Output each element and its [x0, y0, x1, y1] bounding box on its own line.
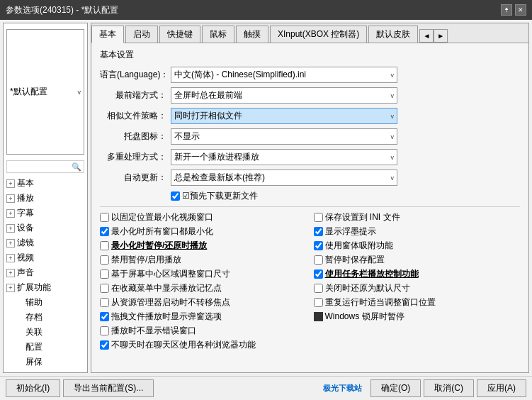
- checkbox-browser-func[interactable]: 不聊天时在聊天区使用各种浏览器功能: [100, 339, 307, 351]
- frontmode-select[interactable]: 全屏时总在最前端 v: [171, 87, 397, 104]
- checkbox-restore-default[interactable]: 关闭时还原为默认尺寸: [314, 282, 521, 294]
- checkbox-taskbar-play[interactable]: 使用任务栏播放控制功能: [314, 268, 521, 280]
- tab-basic[interactable]: 基本: [91, 26, 124, 43]
- checkbox-show-float[interactable]: 显示浮墨提示: [314, 226, 521, 238]
- checkbox-win-lock-pause[interactable]: Windows 锁屏时暂停: [314, 311, 521, 323]
- window-title: 参数选项(240315) - *默认配置: [6, 4, 118, 16]
- select-arrow-icon: v: [391, 113, 395, 120]
- checkbox-no-focus[interactable]: 从资源管理器启动时不转移焦点: [100, 296, 307, 309]
- sidebar-item-save[interactable]: 存档: [4, 310, 87, 325]
- tab-shortcut[interactable]: 快捷键: [159, 26, 200, 43]
- tray-select[interactable]: 不显示 v: [171, 128, 397, 145]
- sidebar-item-subtitle[interactable]: + 字幕: [4, 206, 87, 221]
- tab-start[interactable]: 启动: [125, 26, 158, 43]
- autoupdate-label: 自动更新：: [100, 172, 171, 184]
- sidebar-item-filter[interactable]: + 滤镜: [4, 235, 87, 250]
- expand-icon: +: [6, 209, 15, 218]
- sidebar-search: 🔍: [6, 160, 84, 173]
- checkbox-show-history-input[interactable]: [100, 284, 109, 293]
- checkbox-save-ini[interactable]: 保存设置到 INI 文件: [314, 211, 521, 223]
- expand-icon: +: [6, 269, 15, 277]
- multiplay-select[interactable]: 新开一个播放进程播放 v: [171, 149, 397, 165]
- sidebar: *默认配置 v 🔍 + 基本 + 播放 + 字幕 +: [3, 23, 88, 373]
- title-bar: 参数选项(240315) - *默认配置 🖈 ✕: [0, 0, 532, 20]
- sidebar-item-device[interactable]: + 设备: [4, 221, 87, 235]
- tab-mouse[interactable]: 鼠标: [202, 26, 234, 43]
- checkbox-window-absorb[interactable]: 使用窗体吸附功能: [314, 240, 521, 252]
- autoupdate-row: 自动更新： 总是检查最新版本(推荐) v: [100, 170, 520, 186]
- checkbox-readjust-input[interactable]: [314, 298, 323, 307]
- checkbox-disable-pause-label: 禁用暂停/启用播放: [111, 254, 181, 266]
- checkbox-save-ini-input[interactable]: [314, 213, 323, 222]
- sidebar-item-video[interactable]: + 视频: [4, 250, 87, 265]
- profile-selector[interactable]: *默认配置 v: [6, 29, 84, 155]
- checkbox-browser-func-input[interactable]: [100, 340, 109, 350]
- pin-button[interactable]: 🖈: [501, 4, 512, 16]
- checkbox-pause-save-input[interactable]: [314, 255, 323, 265]
- checkbox-disable-pause-input[interactable]: [100, 255, 109, 265]
- checkbox-no-error-input[interactable]: [100, 326, 109, 335]
- sidebar-item-assist[interactable]: 辅助: [4, 295, 87, 310]
- checkbox-min-pause-input[interactable]: [100, 241, 109, 250]
- close-button[interactable]: ✕: [515, 4, 526, 16]
- init-button[interactable]: 初始化(I): [6, 379, 60, 397]
- checkbox-no-focus-input[interactable]: [100, 298, 109, 307]
- content-area: *默认配置 v 🔍 + 基本 + 播放 + 字幕 +: [0, 20, 532, 376]
- tab-skin[interactable]: 默认皮肤: [368, 26, 418, 43]
- checkbox-fix-pos-input[interactable]: [100, 213, 109, 222]
- multiplay-label: 多重处理方式：: [100, 151, 171, 163]
- sidebar-item-basic[interactable]: + 基本: [4, 176, 87, 191]
- sidebar-item-extend[interactable]: + 扩展功能: [4, 280, 87, 295]
- checkboxes-grid: 以固定位置最小化视频窗口 保存设置到 INI 文件 最小化时所有窗口都最小化 显…: [100, 211, 520, 351]
- checkbox-min-pause[interactable]: 最小化时暂停/还原时播放: [100, 240, 307, 252]
- predownload-checkbox-item[interactable]: ☑预先下载更新文件: [171, 190, 258, 202]
- checkbox-window-absorb-input[interactable]: [314, 241, 323, 250]
- sidebar-item-audio[interactable]: + 声音: [4, 265, 87, 280]
- multiplay-row: 多重处理方式： 新开一个播放进程播放 v: [100, 149, 520, 165]
- sidebar-item-relate[interactable]: 关联: [4, 325, 87, 340]
- checkbox-min-all-input[interactable]: [100, 227, 109, 236]
- tab-xinput[interactable]: XInput(XBOX 控制器): [270, 26, 367, 43]
- tab-touch[interactable]: 触摸: [236, 26, 268, 43]
- cancel-button[interactable]: 取消(C): [424, 379, 474, 397]
- checkbox-center-resize[interactable]: 基于屏幕中心区域调整窗口尺寸: [100, 268, 307, 280]
- sidebar-item-config[interactable]: 配置: [4, 340, 87, 355]
- predownload-checkbox[interactable]: [171, 191, 180, 201]
- checkbox-disable-pause[interactable]: 禁用暂停/启用播放: [100, 254, 307, 266]
- checkbox-readjust[interactable]: 重复运行时适当调整窗口位置: [314, 296, 521, 309]
- checkbox-drag-show-input[interactable]: [100, 312, 109, 321]
- tray-row: 托盘图标： 不显示 v: [100, 128, 520, 145]
- section-title: 基本设置: [100, 49, 520, 61]
- checkbox-drag-show[interactable]: 拖拽文件播放时显示弹窗选项: [100, 311, 307, 323]
- tab-scroll-right[interactable]: ►: [434, 29, 448, 43]
- similar-file-row: 相似文件策略： 同时打开相似文件 v: [100, 108, 520, 124]
- sidebar-item-play[interactable]: + 播放: [4, 191, 87, 206]
- ok-button[interactable]: 确定(O): [370, 379, 421, 397]
- language-select[interactable]: 中文(简体) - Chinese(Simplified).ini v: [171, 67, 397, 83]
- sidebar-item-screensave[interactable]: 屏保: [4, 355, 87, 370]
- language-label: 语言(Language)：: [100, 69, 171, 81]
- checkbox-min-all[interactable]: 最小化时所有窗口都最小化: [100, 226, 307, 238]
- select-arrow-icon: v: [391, 72, 395, 79]
- select-arrow-icon: v: [391, 92, 395, 99]
- checkbox-taskbar-play-input[interactable]: [314, 270, 323, 279]
- checkbox-fix-pos[interactable]: 以固定位置最小化视频窗口: [100, 211, 307, 223]
- checkbox-win-lock-pause-input[interactable]: [314, 312, 323, 321]
- checkbox-restore-default-label: 关闭时还原为默认尺寸: [325, 282, 410, 294]
- apply-button[interactable]: 应用(A): [477, 379, 526, 397]
- profile-arrow-icon: v: [78, 89, 81, 96]
- checkbox-center-resize-input[interactable]: [100, 270, 109, 279]
- autoupdate-select[interactable]: 总是检查最新版本(推荐) v: [171, 170, 397, 186]
- checkbox-restore-default-input[interactable]: [314, 284, 323, 293]
- search-input[interactable]: [9, 162, 72, 172]
- export-button[interactable]: 导出当前配置(S)...: [63, 379, 154, 397]
- checkbox-drag-show-label: 拖拽文件播放时显示弹窗选项: [111, 311, 222, 323]
- checkbox-taskbar-play-label: 使用任务栏播放控制功能: [325, 268, 419, 280]
- checkbox-no-error[interactable]: 播放时不显示错误窗口: [100, 325, 307, 337]
- checkbox-show-history[interactable]: 在收藏菜单中显示播放记忆点: [100, 282, 307, 294]
- tabs: 基本 启动 快捷键 鼠标 触摸 XInput(XBOX 控制器) 默认皮肤 ◄ …: [91, 23, 528, 43]
- checkbox-pause-save[interactable]: 暂停时保存配置: [314, 254, 521, 266]
- checkbox-show-float-input[interactable]: [314, 227, 323, 236]
- tab-scroll-left[interactable]: ◄: [419, 29, 434, 43]
- similar-file-select[interactable]: 同时打开相似文件 v: [171, 108, 397, 124]
